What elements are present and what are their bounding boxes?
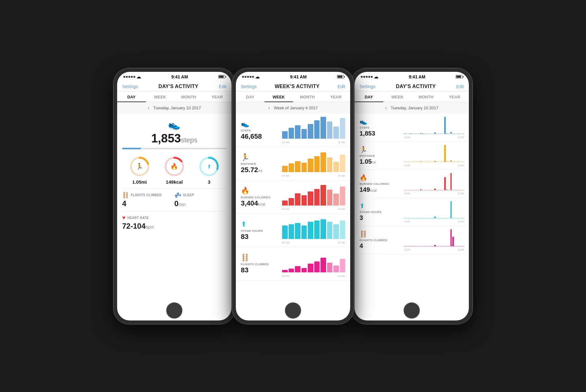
date-label-2: Week of January 4 2017 <box>274 106 318 110</box>
detail-stand-value: 3 <box>360 214 363 221</box>
ring-stand-icon-1: ⬆ <box>207 163 211 169</box>
chart-end-date-steps: 10 Jan <box>338 141 345 144</box>
status-right-2 <box>337 75 344 78</box>
tab-year-1[interactable]: YEAR <box>203 92 232 102</box>
settings-link-3[interactable]: Settings <box>360 84 375 89</box>
status-left-3: ☁ <box>361 74 378 79</box>
detail-distance-chart: 12 AM 12 AM <box>404 145 464 162</box>
detail-calories-label: BURNED CALORIES <box>360 182 400 186</box>
tab-week-3[interactable]: WEEK <box>383 92 412 102</box>
tab-day-3[interactable]: DAY <box>355 92 383 102</box>
phones-container: ☁ 9:41 AM Settings DAY'S ACTIVITY Edit D… <box>115 68 471 324</box>
heart-icon-1: ♥ <box>122 215 126 221</box>
page-title-2: WEEK'S ACTIVITY <box>275 84 320 89</box>
status-left-1: ☁ <box>123 74 141 79</box>
mini-chart-end-stand: 12 AM <box>458 221 464 223</box>
detail-steps-label: STEPS <box>360 126 400 129</box>
chart-start-date-cal: 04 Jan <box>282 208 290 211</box>
detail-stand-label: STAND HOURS <box>360 211 400 214</box>
phone-3: ☁ 9:41 AM Settings DAY'S ACTIVITY Edit D… <box>351 68 473 324</box>
status-bar-3: ☁ 9:41 AM <box>355 72 469 81</box>
mini-chart-start-stand: 12 AM <box>404 221 410 223</box>
nav-header-2: Settings WEEK'S ACTIVITY Edit <box>236 81 350 92</box>
flights-chart: 04 Jan 10 Jan <box>282 251 345 272</box>
distance-unit-2: mi <box>258 168 262 173</box>
detail-flights-value: 4 <box>360 242 363 249</box>
flights-value-1: 4 <box>122 199 126 208</box>
distance-value-2: 25.72 <box>241 166 258 174</box>
prev-arrow-1[interactable]: ‹ <box>148 105 150 111</box>
edit-link-2[interactable]: Edit <box>338 84 345 89</box>
detail-stand-left: ⬆ STAND HOURS 3 <box>360 202 400 221</box>
tab-year-3[interactable]: YEAR <box>440 92 469 102</box>
detail-row-flights: 🪜 FLIGHTS CLIMBED 4 <box>355 226 469 254</box>
flights-label-1: FLIGHTS CLIMBED <box>131 193 162 197</box>
phone-1: ☁ 9:41 AM Settings DAY'S ACTIVITY Edit D… <box>113 68 235 324</box>
stand-chart: 04 Jan 10 Jan <box>282 217 345 239</box>
prev-arrow-2[interactable]: ‹ <box>268 105 270 111</box>
distance-label-2: DISTANCE <box>241 162 278 166</box>
progress-bar-1 <box>117 148 231 153</box>
sleep-label-1: SLEEP <box>183 193 194 197</box>
chart-end-date-stand: 10 Jan <box>338 241 345 244</box>
scroll-content-2[interactable]: 👟 STEPS 46,658 <box>236 114 350 320</box>
edit-link-1[interactable]: Edit <box>219 84 226 89</box>
home-button-1[interactable] <box>166 302 182 319</box>
steps-unit-1: steps <box>181 136 197 144</box>
week-row-calories: 🔥 BURNED CALORIES 3,404kcal <box>236 181 350 214</box>
tab-month-1[interactable]: MONTH <box>174 92 203 102</box>
detail-row-distance: 🏃 DISTANCE 1.05mi <box>355 142 469 170</box>
tab-day-2[interactable]: DAY <box>236 92 265 102</box>
chart-end-date-dist: 10 Jan <box>338 174 345 177</box>
chart-start-date-dist: 04 Jan <box>282 174 290 177</box>
metrics-grid-1: 🪜 FLIGHTS CLIMBED 4 💤 SLEEP 0min <box>117 188 231 234</box>
sleep-icon-1: 💤 <box>174 192 181 199</box>
sleep-unit-1: min <box>178 202 186 207</box>
screen-3: Settings DAY'S ACTIVITY Edit DAY WEEK MO… <box>355 81 469 320</box>
steps-value-1: 1,853 <box>151 132 181 145</box>
date-nav-1: ‹ Tuesday, January 10 2017 <box>117 102 231 114</box>
detail-steps-icon: 👟 <box>360 118 400 125</box>
tab-week-2[interactable]: WEEK <box>265 92 293 102</box>
calories-unit-2: kcal <box>258 202 265 206</box>
tab-bar-2: DAY WEEK MONTH YEAR <box>236 92 350 102</box>
heart-label-1: HEART RATE <box>127 216 149 220</box>
detail-flights-icon: 🪜 <box>360 230 400 238</box>
ring-stand-1: ⬆ 3 <box>198 156 220 185</box>
heart-value-1: 72-104 <box>122 222 146 230</box>
edit-link-3[interactable]: Edit <box>456 84 464 89</box>
calories-label-2: BURNED CALORIES <box>241 196 278 199</box>
screen-1: Settings DAY'S ACTIVITY Edit DAY WEEK MO… <box>117 81 231 320</box>
detail-row-calories: 🔥 BURNED CALORIES 149kcal <box>355 170 469 198</box>
week-metric-distance: 🏃 DISTANCE 25.72mi <box>241 153 278 174</box>
prev-arrow-3[interactable]: ‹ <box>385 105 387 111</box>
tab-year-2[interactable]: YEAR <box>322 92 350 102</box>
home-button-2[interactable] <box>285 302 301 319</box>
date-label-3: Tuesday, January 10 2017 <box>391 106 439 110</box>
flights-value-2: 83 <box>241 266 248 274</box>
home-button-3[interactable] <box>404 302 420 319</box>
settings-link-1[interactable]: Settings <box>122 84 138 89</box>
rings-row-1: 🏃 1.05mi 🔥 <box>117 153 231 188</box>
tab-day-1[interactable]: DAY <box>117 92 146 102</box>
week-row-distance: 🏃 DISTANCE 25.72mi <box>236 147 350 181</box>
scroll-content-3[interactable]: 👟 STEPS 1,853 <box>355 114 469 320</box>
ring-calories-value-1: 149kcal <box>166 179 183 185</box>
flights-icon-2: 🪜 <box>241 254 278 262</box>
tab-month-3[interactable]: MONTH <box>412 92 440 102</box>
settings-link-2[interactable]: Settings <box>241 84 257 89</box>
distance-icon-2: 🏃 <box>241 153 278 161</box>
tab-month-2[interactable]: MONTH <box>293 92 322 102</box>
ring-distance-1: 🏃 1.05mi <box>129 156 151 185</box>
date-label-1: Tuesday, January 10 2017 <box>153 106 201 110</box>
chart-start-date-stand: 04 Jan <box>282 241 290 244</box>
tab-week-1[interactable]: WEEK <box>146 92 175 102</box>
steps-label-2: STEPS <box>241 129 278 132</box>
scroll-content-1[interactable]: 👟 1,853steps <box>117 114 231 320</box>
detail-distance-left: 🏃 DISTANCE 1.05mi <box>360 146 400 165</box>
steps-icon-2: 👟 <box>241 120 278 128</box>
steps-chart: 04 Jan 10 Jan <box>282 117 345 139</box>
week-row-steps: 👟 STEPS 46,658 <box>236 114 350 147</box>
mini-chart-start-dist: 12 AM <box>404 164 410 166</box>
mini-chart-start-flights: 12 AM <box>404 249 410 251</box>
